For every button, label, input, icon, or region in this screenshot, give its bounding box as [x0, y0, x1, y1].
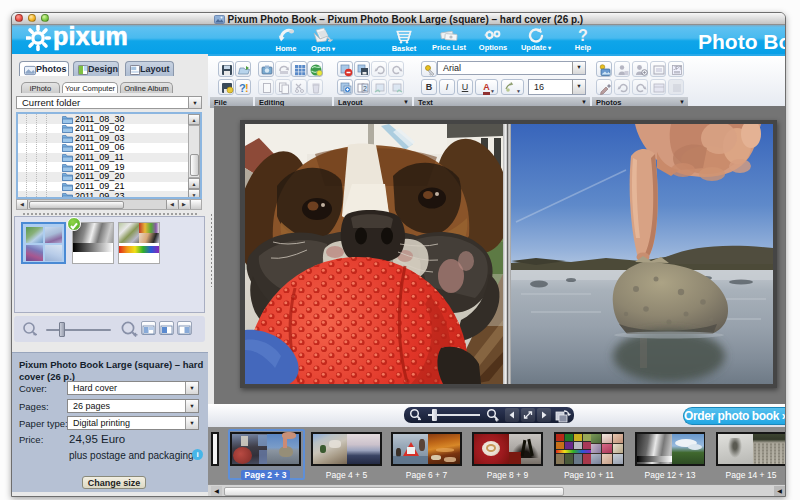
svg-text:JPT: JPT	[674, 66, 682, 71]
svg-text:?: ?	[578, 27, 588, 43]
svg-text:2: 2	[363, 85, 367, 92]
svg-text:pixum: pixum	[53, 25, 128, 50]
svg-text:!: !	[245, 82, 249, 94]
